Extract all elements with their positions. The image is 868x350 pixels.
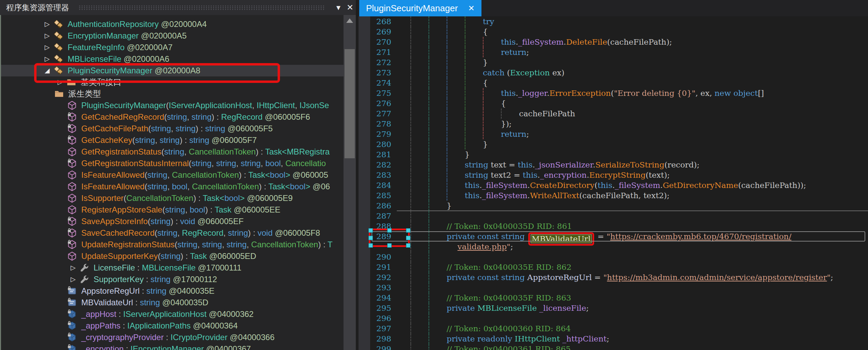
prop-icon [79,263,91,273]
lock-icon [67,112,72,117]
tree-item[interactable]: MBValidateUrl : string @0400035D [0,297,356,308]
tree-item[interactable]: ▷MBLicenseFile @020000A6 [0,53,356,65]
tree-item[interactable]: ▷SupporterKey : string @17000112 [0,274,356,285]
indent-guide [465,78,465,88]
tree-item[interactable]: SaveAppStoreInfo(string) : void @060005E… [0,216,356,227]
indent-guide [447,78,447,88]
method-icon [67,147,77,157]
tree-item[interactable]: _appHost : IServerApplicationHost @04000… [0,308,356,320]
code-line: 269{ [359,27,868,37]
assembly-tree[interactable]: ▷AuthenticationRepository @020000A4▷Encr… [0,15,356,350]
tree-item[interactable]: ▷AuthenticationRepository @020000A4 [0,18,356,30]
tree-item[interactable]: IsFeatureAllowed(string, CancellationTok… [0,169,356,181]
indent-guide [429,170,429,180]
indent-guide [429,313,429,323]
tab-pluginsecuritymanager[interactable]: PluginSecurityManager ✕ [359,0,481,16]
tree-item[interactable]: _cryptographyProvider : ICryptoProvider … [0,332,356,343]
line-number: 297 [359,323,391,334]
indent-guide [465,139,465,149]
code-line: 281} [359,149,868,160]
line-number: 291 [359,262,391,272]
tree-item[interactable]: ◢PluginSecurityManager @020000A8 [0,65,356,76]
chevron-expanded-icon[interactable]: ◢ [41,65,53,76]
indent-guide [410,231,411,242]
tree-item-label: 派生类型 [68,88,101,100]
indent-guide [447,88,447,98]
indent-guide [410,47,411,57]
indent-guide [465,98,465,108]
tree-item[interactable]: GetCachedRegRecord(string, string) : Reg… [0,111,356,123]
indent-guide [447,119,447,129]
indent-guide [429,88,429,98]
indent-guide [483,129,484,139]
indent-guide [447,16,447,27]
chevron-collapsed-icon[interactable]: ▷ [54,76,66,88]
tab-close-icon[interactable]: ✕ [468,4,475,13]
tree-scrollbar[interactable] [344,15,356,350]
tree-item-label: GetRegistrationStatusInternal(string, st… [81,158,326,169]
tree-item-label: _appPaths : IApplicationPaths @04000364 [81,320,238,332]
code-editor[interactable]: 268try269{270this._fileSystem.DeleteFile… [359,16,868,350]
indent-guide [429,27,429,37]
code-line: 284this._fileSystem.CreateDirectory(this… [359,180,868,190]
chevron-collapsed-icon[interactable]: ▷ [41,18,53,30]
scrollbar-thumb[interactable] [345,49,355,158]
tree-item[interactable]: ▷基类和接口 [0,76,356,88]
indent-guide [429,323,429,334]
panel-dropdown-icon[interactable]: ▾ [333,3,344,12]
tree-item[interactable]: AppstoreRegUrl : string @0400035E [0,285,356,297]
method-icon [67,239,79,250]
indent-guide [429,272,429,282]
code-line: 282string text = this._jsonSerializer.Se… [359,160,868,170]
tree-item[interactable]: ▷LicenseFile : MBLicenseFile @17000111 [0,262,356,274]
code-line: 277cacheFilePath [359,108,868,119]
indent-guide [447,160,447,170]
indent-guide [410,211,411,221]
tree-item-label: RegisterAppStoreSale(string, bool) : Tas… [81,204,280,216]
tree-item[interactable]: 派生类型 [0,88,356,100]
tree-item[interactable]: _encryption : IEncryptionManager @040003… [0,343,356,350]
tree-item[interactable]: UpdateRegistrationStatus(string, string,… [0,239,356,250]
tree-item[interactable]: ▷FeatureRegInfo @020000A7 [0,42,356,53]
tree-item[interactable]: _appPaths : IApplicationPaths @04000364 [0,320,356,332]
tree-item[interactable]: RegisterAppStoreSale(string, bool) : Tas… [0,204,356,216]
indent-guide [429,334,429,344]
chevron-collapsed-icon[interactable]: ▷ [41,53,53,65]
method-icon [67,158,79,169]
chevron-collapsed-icon[interactable]: ▷ [67,262,79,274]
indent-guide [429,78,429,88]
chevron-collapsed-icon[interactable]: ▷ [41,42,53,53]
tree-item[interactable]: GetCacheFilePath(string, string) : strin… [0,123,356,134]
class-icon [53,54,64,64]
indent-guide [410,78,411,88]
tree-item[interactable]: SaveCachedRecord(string, RegRecord, stri… [0,227,356,239]
code-line: 283string text2 = this._encryption.Encry… [359,170,868,180]
panel-close-icon[interactable]: ✕ [344,3,356,12]
tree-item[interactable]: PluginSecurityManager(IServerApplication… [0,100,356,111]
scrollbar-up-arrow-icon[interactable] [346,18,353,23]
tree-item[interactable]: GetRegistrationStatusInternal(string, st… [0,158,356,169]
line-number: 282 [359,160,391,170]
tree-item[interactable]: UpdateSupporterKey(string) : Task @06000… [0,250,356,262]
tree-item-label: FeatureRegInfo @020000A7 [68,42,172,53]
indent-guide [465,108,465,119]
lock-icon [67,135,72,140]
tree-item[interactable]: IsSupporter(CancellationToken) : Task<bo… [0,192,356,204]
tree-item[interactable]: ▷EncryptionManager @020000A5 [0,30,356,42]
chevron-collapsed-icon[interactable]: ▷ [41,30,53,42]
tree-item[interactable]: GetRegistrationStatus(string, Cancellati… [0,146,356,158]
tree-item-label: SaveCachedRecord(string, RegRecord, stri… [81,227,320,239]
tree-item-label: IsFeatureAllowed(string, bool, Cancellat… [81,181,330,192]
folder-icon [54,89,64,99]
code-line: 292private const string AppstoreRegUrl =… [359,272,868,282]
panel-left-edge [0,15,1,350]
tree-item[interactable]: IsFeatureAllowed(string, bool, Cancellat… [0,181,356,192]
indent-guide [483,47,484,57]
line-number: 278 [359,119,391,129]
line-number: 289 [359,231,391,242]
chevron-collapsed-icon[interactable]: ▷ [67,274,79,285]
tree-item[interactable]: GetCacheKey(string, string) : string @06… [0,134,356,146]
method-icon [67,170,79,180]
drag-handle-dots[interactable] [79,5,325,10]
line-number: 283 [359,170,391,180]
